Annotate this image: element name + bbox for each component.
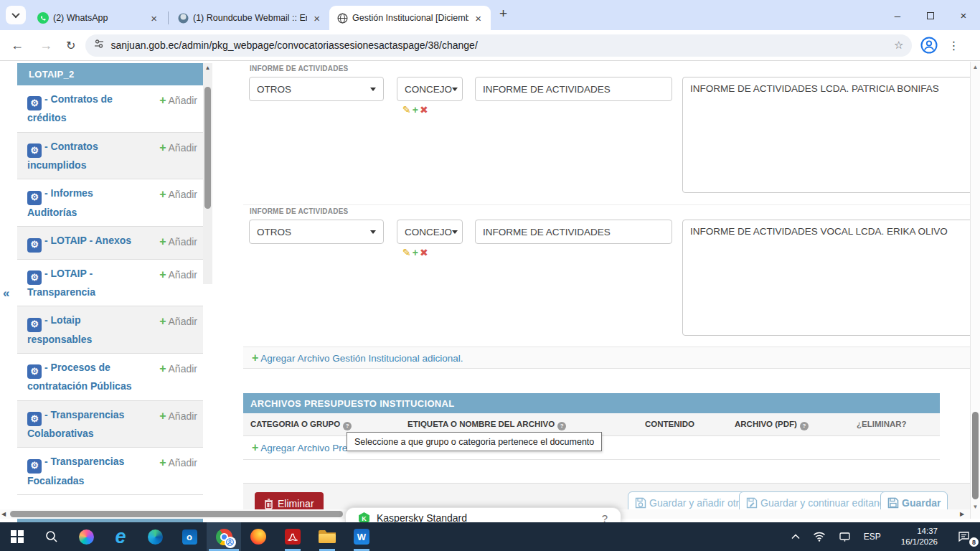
bookmark-star-icon[interactable]: ☆ bbox=[894, 39, 903, 52]
edit-icon[interactable]: ✎ bbox=[402, 247, 413, 258]
start-button[interactable] bbox=[0, 522, 34, 551]
profile-avatar[interactable] bbox=[920, 37, 938, 54]
add-icon[interactable]: + bbox=[413, 104, 420, 116]
add-button[interactable]: +Añadir bbox=[159, 186, 197, 201]
scrollbar-thumb[interactable] bbox=[972, 412, 979, 499]
tab-search-button[interactable] bbox=[6, 6, 26, 24]
kaspersky-notification[interactable]: K Kaspersky Standard ? bbox=[345, 507, 621, 522]
firefox-icon bbox=[250, 529, 266, 545]
sidebar-scrollbar[interactable]: ▲ bbox=[203, 63, 212, 284]
name-input[interactable]: INFORME DE ACTIVIDADES bbox=[475, 220, 672, 244]
maximize-button[interactable] bbox=[914, 9, 947, 22]
tab-gestion-institucional[interactable]: Gestión Institucional [Diciembre × bbox=[329, 6, 491, 30]
globe-icon bbox=[336, 12, 348, 24]
edge-button[interactable] bbox=[138, 522, 172, 551]
sidebar-collapse-button[interactable]: « bbox=[3, 286, 9, 301]
reload-button[interactable]: ↻ bbox=[66, 39, 75, 52]
language-indicator[interactable]: ESP bbox=[857, 522, 887, 551]
chevron-up-icon bbox=[791, 534, 800, 540]
chrome-button[interactable] bbox=[207, 522, 241, 551]
help-icon[interactable]: ? bbox=[800, 422, 809, 430]
copilot-icon bbox=[79, 529, 94, 545]
plus-icon: + bbox=[252, 441, 258, 453]
save-icon bbox=[635, 497, 646, 509]
field-label: INFORME DE ACTIVIDADES bbox=[250, 207, 348, 215]
notification-center-button[interactable]: 8 bbox=[951, 522, 980, 551]
sidebar-item-lotaip-transparencia[interactable]: ⚙- LOTAIP - Transparencia +Añadir bbox=[17, 260, 203, 307]
wifi-button[interactable] bbox=[806, 522, 832, 551]
sidebar-item-lotaip-responsables[interactable]: ⚙- Lotaip responsables +Añadir bbox=[17, 306, 203, 354]
sidebar-item-contratos-creditos[interactable]: ⚙- Contratos de créditos +Añadir bbox=[17, 85, 203, 133]
scroll-up-icon[interactable]: ▲ bbox=[971, 64, 980, 70]
name-input[interactable]: INFORME DE ACTIVIDADES bbox=[475, 77, 672, 101]
minimize-button[interactable]: – bbox=[881, 9, 914, 22]
category-select[interactable]: OTROS bbox=[249, 77, 384, 101]
scroll-left-icon[interactable]: ◀ bbox=[1, 511, 6, 517]
internet-explorer-button[interactable]: e bbox=[103, 522, 138, 551]
plus-icon: + bbox=[159, 456, 166, 468]
close-icon[interactable]: × bbox=[311, 12, 322, 24]
acrobat-button[interactable] bbox=[275, 522, 310, 551]
forward-button[interactable]: → bbox=[39, 38, 52, 53]
sidebar-item-procesos-contratacion[interactable]: ⚙- Procesos de contratación Públicas +Añ… bbox=[17, 354, 203, 401]
content-textarea[interactable]: INFORME DE ACTIVIDADES LCDA. PATRICIA BO… bbox=[682, 77, 978, 193]
add-button[interactable]: +Añadir bbox=[159, 454, 197, 469]
close-icon[interactable]: × bbox=[149, 12, 159, 24]
plus-icon: + bbox=[159, 94, 166, 106]
help-icon[interactable]: ? bbox=[557, 422, 566, 430]
gear-icon: ⚙ bbox=[27, 238, 42, 253]
vertical-scrollbar[interactable]: ▲ ▼ bbox=[970, 62, 980, 519]
file-explorer-button[interactable] bbox=[310, 522, 344, 551]
add-icon[interactable]: + bbox=[413, 247, 420, 258]
sidebar-item-lotaip-anexos[interactable]: ⚙- LOTAIP - Anexos +Añadir bbox=[17, 227, 203, 259]
firefox-button[interactable] bbox=[241, 522, 275, 551]
group-select[interactable]: CONCEJO bbox=[397, 220, 463, 244]
search-button[interactable] bbox=[34, 522, 69, 551]
help-icon[interactable]: ? bbox=[343, 422, 352, 430]
clock[interactable]: 14:3716/1/2026 bbox=[887, 522, 951, 551]
plus-icon: + bbox=[159, 188, 166, 200]
scrollbar-thumb[interactable] bbox=[10, 511, 343, 517]
tray-expand-button[interactable] bbox=[785, 522, 806, 551]
sidebar-item-informes-auditorias[interactable]: ⚙- Informes Auditorías +Añadir bbox=[17, 179, 203, 227]
scroll-up-icon[interactable]: ▲ bbox=[203, 65, 212, 71]
add-button[interactable]: +Añadir bbox=[159, 360, 197, 375]
scrollbar-thumb[interactable] bbox=[204, 87, 211, 209]
browser-menu-icon[interactable]: ⋮ bbox=[948, 39, 959, 52]
add-button[interactable]: +Añadir bbox=[159, 92, 197, 107]
sidebar-item-contratos-incumplidos[interactable]: ⚙- Contratos incumplidos +Añadir bbox=[17, 133, 203, 180]
sidebar-item-transparencias-focalizadas[interactable]: ⚙- Transparencias Focalizadas +Añadir bbox=[17, 448, 203, 495]
scroll-down-icon[interactable]: ▼ bbox=[971, 504, 980, 510]
add-presupuesto-file-link[interactable]: +Agregar Archivo Presu bbox=[252, 441, 357, 454]
new-tab-button[interactable]: + bbox=[499, 6, 507, 22]
content-textarea[interactable]: INFORME DE ACTIVIDADES VOCAL LCDA. ERIKA… bbox=[682, 220, 978, 336]
group-select[interactable]: CONCEJO bbox=[397, 77, 463, 101]
add-button[interactable]: +Añadir bbox=[159, 233, 197, 248]
category-select[interactable]: OTROS bbox=[249, 220, 384, 244]
tab-roundcube[interactable]: (1) Roundcube Webmail :: Entra × bbox=[170, 6, 329, 30]
add-button[interactable]: +Añadir bbox=[159, 266, 197, 281]
device-button[interactable] bbox=[832, 522, 857, 551]
address-bar[interactable]: sanjuan.gob.ec/admin/pkg_webpage/convoca… bbox=[85, 34, 912, 57]
add-gestion-file-link[interactable]: +Agregar Archivo Gestión Institucional a… bbox=[252, 352, 463, 364]
delete-icon[interactable]: ✖ bbox=[420, 104, 430, 116]
edit-icon[interactable]: ✎ bbox=[402, 104, 413, 116]
add-button[interactable]: +Añadir bbox=[159, 313, 197, 328]
tab-whatsapp[interactable]: (2) WhatsApp × bbox=[30, 6, 166, 30]
sidebar-item-transparencias-colaborativas[interactable]: ⚙- Transparencias Colaborativas +Añadir bbox=[17, 401, 203, 448]
add-button[interactable]: +Añadir bbox=[159, 408, 197, 423]
word-button[interactable]: W bbox=[344, 522, 379, 551]
outlook-button[interactable]: o bbox=[172, 522, 207, 551]
back-button[interactable]: ← bbox=[11, 38, 24, 53]
site-settings-icon[interactable] bbox=[94, 39, 104, 52]
add-button[interactable]: +Añadir bbox=[159, 139, 197, 154]
close-window-button[interactable]: × bbox=[947, 9, 980, 22]
scroll-right-icon[interactable]: ▶ bbox=[960, 511, 964, 517]
url-text[interactable]: sanjuan.gob.ec/admin/pkg_webpage/convoca… bbox=[110, 39, 894, 51]
help-icon[interactable]: ? bbox=[602, 512, 608, 522]
row-actions: ✎+✖ bbox=[402, 104, 430, 116]
copilot-button[interactable] bbox=[69, 522, 103, 551]
delete-icon[interactable]: ✖ bbox=[420, 247, 430, 258]
close-icon[interactable]: × bbox=[473, 12, 484, 24]
chevron-down-icon bbox=[452, 88, 458, 91]
